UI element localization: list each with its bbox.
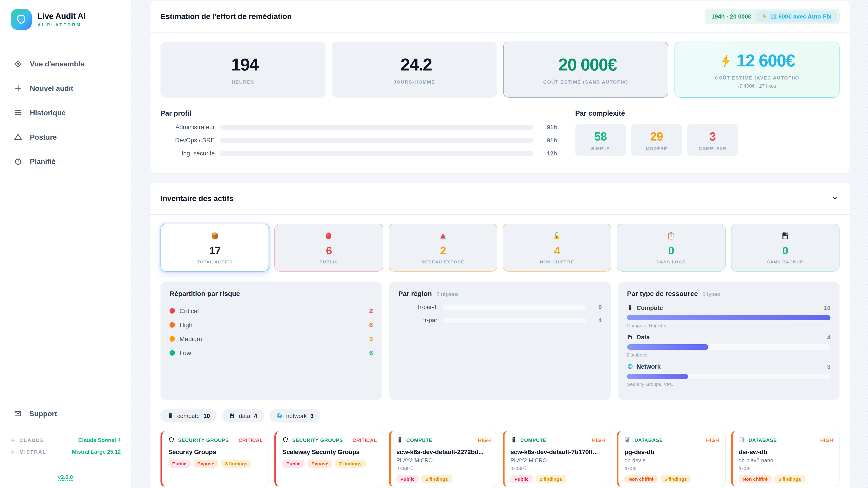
asset-type-label: COMPUTE <box>406 437 432 443</box>
asset-type-label: SECURITY GROUPS <box>292 437 343 443</box>
asset-severity-badge: HIGH <box>820 437 833 443</box>
risk-dot <box>169 308 175 313</box>
resource-row-top: Data 4 <box>627 333 831 341</box>
asset-type-card[interactable]: 0 SANS LOGS <box>617 224 725 271</box>
asset-type-card[interactable]: 4 NON CHIFFRÉ <box>503 224 612 271</box>
asset-card[interactable]: DATABASE HIGH dsi-sw-db db-play2-nano fr… <box>731 431 839 487</box>
sidebar-nav-item[interactable]: Nouvel audit <box>0 76 131 101</box>
filter-chip[interactable]: network 3 <box>270 409 320 422</box>
asset-title: dsi-sw-db <box>739 448 833 455</box>
asset-card[interactable]: DATABASE HIGH pg-dev-db db-dev-s fr-par <box>617 431 725 487</box>
main-content: Estimation de l'effort de remédiation 19… <box>150 1 850 488</box>
region-value: 4 <box>592 317 602 324</box>
asset-tags: Public 2 findings <box>396 475 491 483</box>
complexity-label: MODÉRÉ <box>634 146 679 151</box>
complexity-value: 3 <box>690 130 735 144</box>
resource-rows: Compute 10 Compute, Registry <box>627 304 831 387</box>
asset-card[interactable]: SECURITY GROUPS CRITICAL Scaleway Securi… <box>275 431 383 487</box>
stat-value: 12 600€ <box>737 51 795 70</box>
chevron-down-icon[interactable] <box>831 193 839 204</box>
type-card-label: SANS BACKUP <box>767 259 803 264</box>
asset-card-head: DATABASE HIGH <box>625 436 719 444</box>
asset-card-head: SECURITY GROUPS CRITICAL <box>168 436 263 444</box>
stat-label: JOURS-HOMME <box>394 79 435 84</box>
stat-value-row: 12 600€ <box>719 51 795 70</box>
type-card-icon <box>552 231 562 242</box>
type-card-label: SANS LOGS <box>656 259 686 264</box>
stat-value: 20 000€ <box>558 55 617 74</box>
version-link[interactable]: v2.6.0 <box>58 474 73 481</box>
resource-bar-track <box>627 315 831 320</box>
type-card-icon <box>324 231 334 242</box>
asset-tag: Exposé <box>307 459 333 468</box>
sidebar-nav: Vue d'ensemble Nouvel audit Historique P… <box>0 38 131 174</box>
asset-type-card[interactable]: 17 TOTAL ACTIFS <box>160 224 269 271</box>
resource-sub: Compute, Registry <box>627 323 831 328</box>
asset-title: scw-k8s-dev-default-7b170ff... <box>510 448 605 455</box>
risk-row: Low 6 <box>169 346 373 360</box>
asset-card-head: DATABASE HIGH <box>739 436 833 444</box>
stat-card: 194 HEURES <box>160 41 326 98</box>
asset-card[interactable]: SECURITY GROUPS CRITICAL Security Groups… <box>160 431 269 487</box>
risk-value: 6 <box>369 321 373 328</box>
asset-tags: Public Exposé 8 findings <box>168 459 263 468</box>
type-card-value: 2 <box>440 244 446 257</box>
asset-card[interactable]: COMPUTE HIGH scw-k8s-dev-default-7b170ff… <box>503 431 612 487</box>
asset-type-card[interactable]: 6 PUBLIC <box>275 224 383 271</box>
type-card-label: NON CHIFFRÉ <box>540 259 574 264</box>
risk-value: 2 <box>369 307 373 315</box>
type-card-value: 4 <box>554 244 560 257</box>
stat-value: 24.2 <box>401 55 432 74</box>
sidebar-footer: Support CLAUDE Claude Sonnet 4 MISTRAL M… <box>0 402 131 488</box>
region-row: fr-par 4 <box>398 317 602 324</box>
resource-panel-head: Par type de ressource 5 types <box>627 290 831 297</box>
support-label: Support <box>29 410 57 418</box>
asset-card[interactable]: COMPUTE HIGH scw-k8s-dev-default-2272bd.… <box>389 431 497 487</box>
asset-tags: Non chiffré 6 findings <box>739 475 833 483</box>
inventory-panel: Inventaire des actifs 17 TOTAL ACTIFS <box>150 183 850 488</box>
profile-hours: 91h <box>539 137 557 144</box>
complexity-box: 58 SIMPLE <box>575 124 626 156</box>
profile-bars: Administrateur 91h DevOps / SRE 91h <box>160 124 557 157</box>
asset-card-head: COMPUTE HIGH <box>396 436 491 444</box>
model-provider: CLAUDE <box>20 437 44 443</box>
asset-severity-badge: CRITICAL <box>352 437 377 443</box>
resource-icon <box>627 362 633 370</box>
chip-label: network <box>286 412 307 419</box>
sidebar-nav-item[interactable]: Planifié <box>0 150 131 174</box>
stats-row: 194 HEURES 24.2 JOURS-HOMME <box>160 41 839 98</box>
profile-hours: 91h <box>539 124 557 131</box>
risk-row: Critical 2 <box>169 304 373 318</box>
sidebar-nav-item[interactable]: Posture <box>0 125 131 150</box>
support-link[interactable]: Support <box>0 402 131 426</box>
resource-type-panel: Par type de ressource 5 types Compute <box>618 282 839 400</box>
risk-row: Medium 3 <box>169 332 373 346</box>
stat-card: 20 000€ COÛT ESTIMÉ (SANS AUTOFIX) <box>503 41 668 98</box>
asset-type-icon <box>282 436 289 444</box>
asset-tag: Public <box>168 459 191 468</box>
chip-icon <box>167 412 174 420</box>
region-rows: fr-par-1 9 fr-par 4 <box>398 304 602 324</box>
chip-count: 4 <box>254 412 257 419</box>
asset-subtitle: fr-par-1 <box>396 465 491 471</box>
resource-row: Data 4 Database <box>627 333 831 357</box>
profile-bar-row: DevOps / SRE 91h <box>160 137 557 144</box>
sidebar-nav-item[interactable]: Vue d'ensemble <box>0 52 131 76</box>
bolt-icon <box>719 51 733 70</box>
filter-chip[interactable]: data 4 <box>222 409 264 422</box>
asset-tag: 7 findings <box>335 459 366 468</box>
asset-type-card[interactable]: 2 RÉSEAU EXPOSÉ <box>389 224 497 271</box>
asset-tag: Non chiffré <box>625 475 658 483</box>
type-card-label: TOTAL ACTIFS <box>197 259 232 264</box>
complexity-label: COMPLEXE <box>690 146 735 151</box>
model-name: Claude Sonnet 4 <box>78 437 121 443</box>
sidebar-nav-item[interactable]: Historique <box>0 101 131 125</box>
complexity-box: 29 MODÉRÉ <box>631 124 682 156</box>
risk-value: 6 <box>369 349 373 357</box>
stat-sub: -7 400€ · 27 fixes <box>738 83 776 88</box>
type-card-value: 0 <box>668 244 674 257</box>
filter-chip[interactable]: compute 10 <box>160 409 217 422</box>
asset-type-card[interactable]: 0 SANS BACKUP <box>731 224 839 271</box>
inventory-title: Inventaire des actifs <box>160 194 234 203</box>
type-card-value: 17 <box>209 244 221 257</box>
